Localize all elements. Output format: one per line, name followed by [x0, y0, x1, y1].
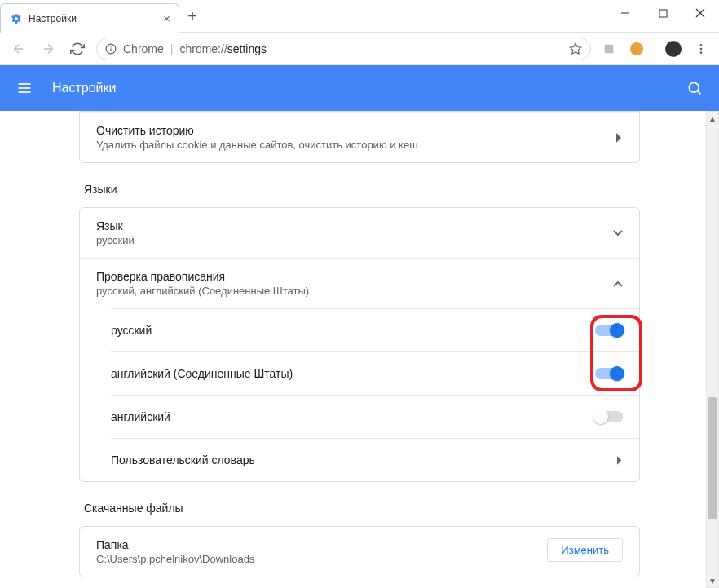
- svg-line-16: [698, 91, 701, 95]
- scrollbar[interactable]: ▲ ▼: [706, 111, 719, 588]
- download-folder-row: Папка C:\Users\p.pchelnikov\Downloads Из…: [80, 527, 639, 577]
- forward-button[interactable]: [37, 38, 59, 60]
- privacy-card: Очистить историю Удалить файлы cookie и …: [79, 111, 640, 163]
- change-folder-button[interactable]: Изменить: [547, 538, 623, 562]
- folder-label: Папка: [96, 538, 547, 551]
- spellcheck-title: Проверка правописания: [96, 270, 613, 283]
- chevron-down-icon: [613, 230, 623, 237]
- clear-history-row[interactable]: Очистить историю Удалить файлы cookie и …: [80, 112, 639, 162]
- browser-tab[interactable]: Настройки ×: [0, 3, 179, 33]
- folder-path: C:\Users\p.pchelnikov\Downloads: [96, 553, 547, 565]
- back-button[interactable]: [8, 38, 29, 60]
- svg-rect-6: [110, 48, 111, 51]
- spellcheck-item-label: русский: [111, 324, 595, 337]
- language-title: Язык: [96, 219, 613, 232]
- spellcheck-item-label: английский (Соединенные Штаты): [111, 367, 595, 380]
- window-controls: [607, 0, 719, 26]
- spellcheck-list: русский английский (Соединенные Штаты) а…: [80, 308, 639, 481]
- close-window-button[interactable]: [682, 0, 719, 26]
- spellcheck-item-english-us: английский (Соединенные Штаты): [111, 351, 639, 395]
- languages-card: Язык русский Проверка правописания русск…: [79, 207, 640, 482]
- languages-section-title: Языки: [84, 183, 640, 196]
- divider: [655, 41, 655, 57]
- spellcheck-value: русский, английский (Соединенные Штаты): [96, 285, 613, 297]
- bookmark-star-icon[interactable]: [569, 42, 582, 55]
- separator: |: [170, 42, 174, 55]
- new-tab-button[interactable]: +: [179, 3, 205, 29]
- hamburger-icon[interactable]: [16, 80, 36, 96]
- custom-dictionary-label: Пользовательский словарь: [111, 453, 617, 466]
- svg-point-5: [110, 46, 111, 46]
- downloads-card: Папка C:\Users\p.pchelnikov\Downloads Из…: [79, 526, 640, 577]
- spellcheck-row[interactable]: Проверка правописания русский, английски…: [80, 258, 639, 308]
- svg-point-10: [700, 47, 703, 50]
- content-area: Очистить историю Удалить файлы cookie и …: [0, 111, 719, 588]
- svg-rect-8: [605, 44, 614, 53]
- svg-point-11: [700, 51, 703, 54]
- svg-marker-7: [570, 43, 580, 54]
- toggle-switch[interactable]: [595, 368, 623, 379]
- url-text: chrome://settings: [179, 42, 267, 55]
- clear-history-title: Очистить историю: [96, 124, 616, 137]
- reload-button[interactable]: [67, 38, 88, 60]
- spellcheck-item-label: английский: [111, 410, 595, 423]
- svg-point-15: [689, 82, 699, 92]
- custom-dictionary-row[interactable]: Пользовательский словарь: [111, 438, 639, 481]
- cookie-extension-icon[interactable]: [627, 39, 646, 59]
- gear-icon: [11, 13, 22, 24]
- scroll-thumb[interactable]: [708, 397, 717, 519]
- page-title: Настройки: [52, 81, 116, 95]
- clear-history-subtitle: Удалить файлы cookie и данные сайтов, оч…: [96, 139, 616, 151]
- chevron-right-icon: [617, 456, 623, 465]
- maximize-button[interactable]: [644, 0, 682, 26]
- profile-avatar[interactable]: [664, 39, 683, 59]
- language-row[interactable]: Язык русский: [80, 208, 639, 258]
- site-info-icon[interactable]: [105, 43, 117, 55]
- settings-header: Настройки: [0, 65, 719, 111]
- spellcheck-item-russian: русский: [111, 308, 639, 351]
- scroll-down-arrow[interactable]: ▼: [707, 574, 718, 587]
- tab-title: Настройки: [29, 13, 77, 24]
- toggle-switch[interactable]: [595, 325, 623, 336]
- extension-icon[interactable]: [599, 39, 619, 59]
- chrome-label: Chrome: [123, 42, 164, 55]
- window-titlebar: Настройки × +: [0, 0, 719, 33]
- browser-toolbar: Chrome | chrome://settings: [0, 33, 719, 65]
- address-bar[interactable]: Chrome | chrome://settings: [96, 38, 591, 60]
- menu-button[interactable]: [691, 39, 711, 59]
- svg-rect-1: [659, 10, 667, 17]
- spellcheck-item-english: английский: [111, 395, 639, 438]
- close-tab-icon[interactable]: ×: [163, 12, 170, 24]
- language-value: русский: [96, 234, 613, 246]
- chevron-up-icon: [613, 281, 623, 287]
- svg-point-9: [700, 44, 703, 46]
- toggle-switch[interactable]: [595, 411, 623, 422]
- scroll-up-arrow[interactable]: ▲: [707, 112, 718, 125]
- minimize-button[interactable]: [607, 0, 644, 26]
- search-icon[interactable]: [686, 80, 703, 96]
- downloads-section-title: Скачанные файлы: [84, 502, 640, 515]
- chevron-right-icon: [616, 133, 623, 143]
